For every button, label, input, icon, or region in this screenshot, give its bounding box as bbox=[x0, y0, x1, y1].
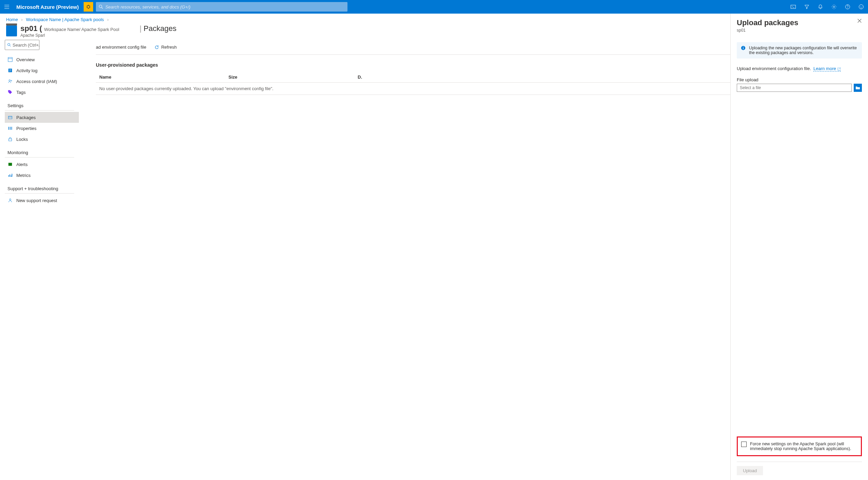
nav-group-support: Support + troubleshooting bbox=[5, 181, 74, 194]
directory-button[interactable] bbox=[800, 0, 814, 14]
notifications-button[interactable] bbox=[814, 0, 827, 14]
th-size[interactable]: Size bbox=[228, 75, 358, 80]
th-name[interactable]: Name bbox=[99, 75, 228, 80]
panel-subname: sp01 bbox=[737, 28, 862, 33]
browse-file-button[interactable] bbox=[854, 84, 862, 92]
help-button[interactable] bbox=[841, 0, 854, 14]
external-link-icon bbox=[837, 67, 841, 71]
filter-icon bbox=[804, 4, 810, 10]
nav-label: New support request bbox=[16, 198, 57, 203]
nav-alerts[interactable]: Alerts bbox=[5, 159, 79, 170]
chevron-right-icon: › bbox=[107, 17, 108, 22]
nav-group-monitoring: Monitoring bbox=[5, 145, 74, 158]
svg-point-9 bbox=[8, 44, 10, 46]
gear-icon bbox=[831, 4, 837, 10]
page-title: sp01 ( Workspace Name/ Apache Spark Pool bbox=[20, 24, 119, 33]
hamburger-menu[interactable] bbox=[0, 0, 14, 14]
nav-search[interactable]: Search (Ctrl+/) bbox=[5, 40, 39, 50]
nav-metrics[interactable]: Metrics bbox=[5, 170, 79, 181]
activity-log-icon bbox=[7, 68, 13, 73]
bug-icon bbox=[86, 4, 91, 10]
svg-point-13 bbox=[11, 80, 12, 81]
iam-icon bbox=[7, 79, 13, 84]
resource-type-label: Apache Sparl bbox=[20, 33, 119, 38]
topbar-right-icons bbox=[786, 0, 868, 14]
panel-title: Upload packages bbox=[737, 18, 857, 27]
svg-point-20 bbox=[743, 47, 744, 47]
toolbar-label: Refresh bbox=[161, 45, 177, 50]
file-upload-label: File upload bbox=[737, 77, 862, 82]
brand-label[interactable]: Microsoft Azure (Preview) bbox=[14, 4, 84, 10]
spark-pool-icon bbox=[6, 26, 17, 36]
nav-search-placeholder: Search (Ctrl+/) bbox=[13, 43, 39, 48]
folder-icon bbox=[855, 85, 860, 90]
svg-rect-21 bbox=[743, 48, 743, 49]
breadcrumb-home[interactable]: Home bbox=[6, 17, 18, 22]
svg-point-1 bbox=[99, 5, 102, 8]
nav-tags[interactable]: Tags bbox=[5, 87, 79, 98]
preview-bug-button[interactable] bbox=[84, 2, 93, 12]
settings-button[interactable] bbox=[827, 0, 841, 14]
global-search-input[interactable] bbox=[105, 4, 345, 10]
nav-label: Metrics bbox=[16, 173, 31, 178]
svg-point-0 bbox=[87, 5, 90, 8]
lock-icon bbox=[7, 137, 13, 142]
svg-rect-10 bbox=[8, 57, 12, 62]
left-nav: Search (Ctrl+/) Overview Activity log Ac… bbox=[0, 40, 79, 206]
nav-label: Activity log bbox=[16, 68, 37, 73]
chevron-right-icon: › bbox=[21, 17, 22, 22]
upload-description: Upload environment configuration file. L… bbox=[737, 66, 862, 71]
close-button[interactable] bbox=[857, 18, 862, 23]
svg-point-8 bbox=[862, 6, 862, 6]
cloud-shell-button[interactable] bbox=[786, 0, 800, 14]
nav-label: Packages bbox=[16, 115, 36, 120]
toolbar-label: ad environment config file bbox=[96, 45, 146, 50]
pool-path: Workspace Name/ Apache Spark Pool bbox=[44, 27, 119, 32]
feedback-button[interactable] bbox=[854, 0, 868, 14]
svg-point-6 bbox=[859, 5, 864, 9]
tags-icon bbox=[7, 90, 13, 95]
close-icon bbox=[857, 18, 862, 23]
pool-name: sp01 ( bbox=[20, 24, 42, 33]
properties-icon bbox=[7, 126, 13, 131]
nav-access-control[interactable]: Access control (IAM) bbox=[5, 76, 79, 87]
cloud-shell-icon bbox=[790, 4, 796, 10]
overview-icon bbox=[7, 57, 13, 62]
file-select-input[interactable] bbox=[737, 84, 852, 92]
th-date[interactable]: D. bbox=[358, 75, 362, 80]
nav-packages[interactable]: Packages bbox=[5, 112, 79, 123]
nav-activity-log[interactable]: Activity log bbox=[5, 65, 79, 76]
search-icon bbox=[99, 4, 103, 9]
alerts-icon bbox=[7, 162, 13, 167]
nav-overview[interactable]: Overview bbox=[5, 54, 79, 65]
nav-label: Tags bbox=[16, 90, 25, 95]
svg-rect-15 bbox=[8, 116, 12, 119]
svg-point-12 bbox=[9, 80, 10, 81]
section-title-text: Packages bbox=[143, 24, 176, 33]
svg-rect-17 bbox=[8, 163, 12, 166]
nav-label: Locks bbox=[16, 137, 28, 142]
nav-new-support-request[interactable]: New support request bbox=[5, 195, 79, 206]
breadcrumb-workspace[interactable]: Workspace Name | Apache Spark pools bbox=[26, 17, 104, 22]
upload-description-text: Upload environment configuration file. bbox=[737, 66, 811, 71]
nav-label: Properties bbox=[16, 126, 36, 131]
nav-properties[interactable]: Properties bbox=[5, 123, 79, 134]
svg-point-3 bbox=[833, 6, 835, 7]
refresh-icon bbox=[154, 45, 159, 50]
svg-point-14 bbox=[9, 91, 10, 92]
learn-more-link[interactable]: Learn more bbox=[813, 66, 840, 71]
info-box: Uploading the new packages configuration… bbox=[737, 42, 862, 59]
upload-env-config-button[interactable]: ad environment config file bbox=[96, 45, 146, 50]
nav-locks[interactable]: Locks bbox=[5, 134, 79, 145]
svg-rect-2 bbox=[791, 5, 796, 9]
support-icon bbox=[7, 198, 13, 203]
nav-label: Access control (IAM) bbox=[16, 79, 57, 84]
section-title: |Packages bbox=[140, 24, 176, 33]
svg-point-7 bbox=[860, 6, 861, 6]
upload-packages-panel: Upload packages sp01 Uploading the new p… bbox=[730, 14, 868, 206]
refresh-button[interactable]: Refresh bbox=[154, 45, 177, 50]
feedback-icon bbox=[858, 4, 864, 10]
top-bar: Microsoft Azure (Preview) bbox=[0, 0, 868, 14]
global-search[interactable] bbox=[96, 2, 347, 12]
svg-point-5 bbox=[847, 8, 848, 8]
